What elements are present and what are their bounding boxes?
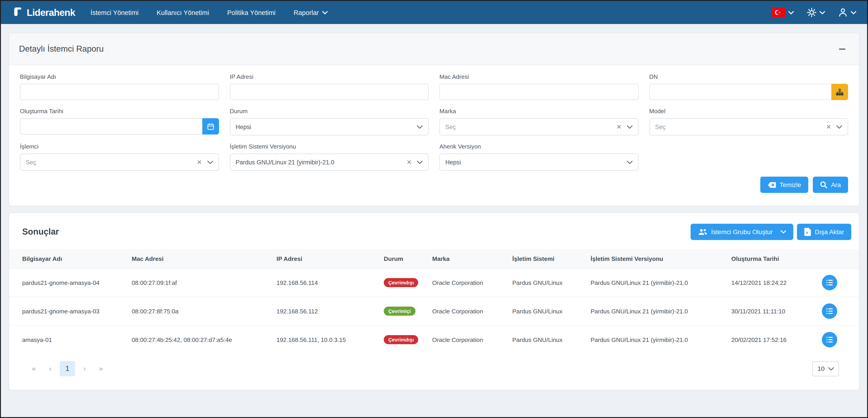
turkish-flag-icon — [772, 8, 786, 17]
clear-icon[interactable]: ✕ — [616, 124, 622, 130]
clear-icon[interactable]: ✕ — [407, 159, 412, 165]
search-icon — [820, 181, 827, 188]
gear-icon — [806, 7, 817, 18]
results-title: Sonuçlar — [22, 227, 59, 237]
brand-name: Liderahenk — [27, 7, 75, 18]
main-menu: İstemci Yönetimi Kullanıcı Yönetimi Poli… — [91, 9, 328, 16]
row-actions-button[interactable] — [822, 275, 837, 290]
clear-icon[interactable]: ✕ — [826, 124, 831, 130]
language-selector[interactable] — [772, 8, 794, 17]
table-row: pardus21-gnome-amasya-04 08:00:27:09:1f:… — [9, 268, 859, 297]
ahenk-versiyon-select[interactable]: Hepsi — [439, 153, 638, 171]
backspace-icon — [767, 181, 776, 188]
nav-item-istemci-yonetimi[interactable]: İstemci Yönetimi — [91, 9, 138, 16]
chevron-down-icon — [626, 125, 632, 129]
nav-item-kullanici-yonetimi[interactable]: Kullanıcı Yönetimi — [157, 9, 209, 16]
results-panel: Sonuçlar İstemci Grubu Oluştur x Dışa Ak… — [9, 212, 859, 390]
field-durum: Durum Hepsi — [230, 108, 429, 136]
chevron-down-icon — [819, 11, 825, 14]
pagination-page-1-button[interactable]: 1 — [60, 361, 75, 376]
svg-text:x: x — [806, 230, 808, 235]
pagination-next-button[interactable]: › — [78, 361, 91, 376]
pagination-prev-button[interactable]: ‹ — [43, 361, 57, 376]
status-badge: Çevrimiçi — [384, 307, 415, 316]
liderahenk-logo-icon — [12, 6, 24, 19]
calendar-icon — [207, 122, 214, 130]
spacer — [649, 143, 848, 171]
results-table: Bilgisayar Adı Mac Adresi IP Adresi Duru… — [9, 249, 859, 354]
ip-adresi-input[interactable] — [230, 84, 429, 100]
pagination-first-button[interactable]: « — [27, 361, 41, 376]
top-navbar: Liderahenk İstemci Yönetimi Kullanıcı Yö… — [1, 1, 867, 24]
islemci-select[interactable]: Seç ✕ — [20, 153, 219, 171]
table-row: pardus21-gnome-amasya-03 08:00:27:8f:75:… — [9, 297, 859, 325]
list-icon — [826, 308, 833, 314]
list-icon — [826, 336, 833, 343]
date-picker-button[interactable] — [202, 118, 219, 135]
clear-icon[interactable]: ✕ — [197, 159, 202, 165]
olusturma-tarihi-input[interactable] — [20, 118, 202, 135]
dn-input[interactable] — [649, 84, 831, 100]
chevron-down-icon — [836, 125, 842, 129]
list-icon — [826, 279, 833, 286]
field-marka: Marka Seç ✕ — [439, 108, 638, 136]
brand[interactable]: Liderahenk — [12, 6, 75, 19]
search-button[interactable]: Ara — [813, 177, 848, 193]
chevron-down-icon — [207, 160, 213, 164]
pagination-last-button[interactable]: » — [94, 361, 108, 376]
field-bilgisayar-adi: Bilgisayar Adı — [20, 73, 219, 100]
excel-file-icon: x — [804, 228, 811, 236]
mac-adresi-input[interactable] — [439, 84, 638, 100]
settings-menu[interactable] — [806, 7, 825, 18]
user-menu[interactable] — [838, 7, 856, 18]
navbar-right — [772, 7, 856, 18]
field-olusturma-tarihi: Oluşturma Tarihi — [20, 108, 219, 136]
isletim-sistemi-versiyonu-select[interactable]: Pardus GNU/Linux 21 (yirmibir)-21.0 ✕ — [230, 153, 429, 171]
chevron-down-icon — [417, 125, 423, 129]
filter-panel: Detaylı İstemci Raporu Bilgisayar Adı IP… — [9, 33, 859, 206]
minus-icon — [839, 48, 845, 50]
field-dn: DN — [649, 73, 848, 100]
collapse-panel-button[interactable] — [836, 43, 848, 55]
marka-select[interactable]: Seç ✕ — [439, 118, 638, 136]
chevron-down-icon — [851, 11, 856, 14]
durum-select[interactable]: Hepsi — [230, 118, 429, 136]
bilgisayar-adi-input[interactable] — [20, 84, 219, 100]
field-model: Model Seç ✕ — [649, 108, 848, 136]
field-mac-adresi: Mac Adresi — [439, 73, 638, 100]
clear-button[interactable]: Temizle — [760, 177, 808, 193]
users-icon — [698, 228, 708, 236]
app-window: Liderahenk İstemci Yönetimi Kullanıcı Yö… — [0, 0, 868, 418]
model-select[interactable]: Seç ✕ — [649, 118, 848, 136]
dn-tree-picker-button[interactable] — [831, 84, 848, 100]
nav-item-politika-yonetimi[interactable]: Politika Yönetimi — [227, 9, 276, 16]
filter-panel-header: Detaylı İstemci Raporu — [9, 33, 859, 65]
table-row: amasya-01 08:00:27:4b:25:42, 08:00:27:d7… — [9, 325, 859, 354]
field-ip-adresi: IP Adresi — [230, 73, 429, 100]
chevron-down-icon — [417, 160, 423, 164]
table-header-row: Bilgisayar Adı Mac Adresi IP Adresi Duru… — [9, 249, 859, 268]
filter-form: Bilgisayar Adı IP Adresi Mac Adresi DN — [9, 65, 859, 206]
row-actions-button[interactable] — [822, 332, 837, 347]
chevron-down-icon — [781, 230, 786, 234]
pagination: « ‹ 1 › » — [27, 361, 108, 376]
page-title: Detaylı İstemci Raporu — [19, 44, 104, 54]
chevron-down-icon — [828, 367, 834, 371]
status-badge: Çevrimdışı — [384, 335, 418, 344]
chevron-down-icon — [626, 160, 632, 164]
create-client-group-button[interactable]: İstemci Grubu Oluştur — [691, 224, 794, 240]
page-size-select[interactable]: 10 — [812, 361, 839, 376]
status-badge: Çevrimdışı — [384, 278, 418, 287]
field-ahenk-versiyon: Ahenk Versiyon Hepsi — [439, 143, 638, 171]
row-actions-button[interactable] — [822, 303, 837, 319]
chevron-down-icon — [788, 11, 794, 14]
chevron-down-icon — [322, 11, 328, 14]
sitemap-icon — [836, 88, 843, 96]
user-icon — [838, 7, 848, 18]
field-islemci: İşlemci Seç ✕ — [20, 143, 219, 171]
export-button[interactable]: x Dışa Aktar — [797, 224, 851, 240]
nav-item-raporlar[interactable]: Raporlar — [294, 9, 328, 16]
field-isletim-sistemi-versiyonu: İşletim Sistemi Versiyonu Pardus GNU/Lin… — [230, 143, 429, 171]
